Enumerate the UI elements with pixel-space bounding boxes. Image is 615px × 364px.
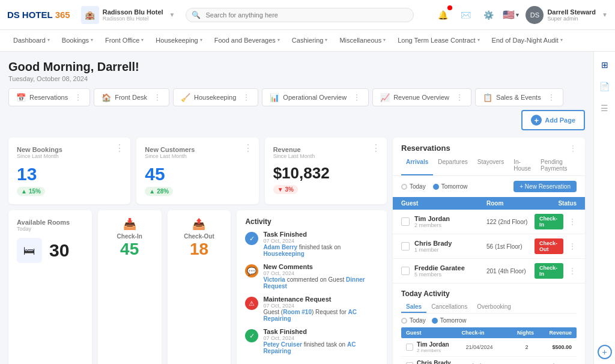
notifications-bell-icon[interactable]: 🔔 [434,7,451,23]
stat-new-customers: ⋮ New Customers Since Last Month 45 ▲ 28… [136,138,258,204]
tab-operational[interactable]: 📊Operational Overview⋮ [262,88,369,106]
customers-value: 45 [145,164,250,184]
user-role: Super admin [547,16,596,22]
sidebar-doc-icon[interactable]: 📄 [596,78,613,95]
status-btn-checkin-3[interactable]: Check-In [535,263,563,279]
row-menu-2[interactable]: ⋮ [568,241,577,251]
stat-menu-revenue[interactable]: ⋮ [371,144,381,153]
sidebar-list-icon[interactable]: ☰ [596,100,613,117]
tab-sales-events[interactable]: 📋Sales & Events⋮ [475,88,563,106]
stat-menu-customers[interactable]: ⋮ [243,144,253,153]
tab-front-desk[interactable]: 🏠Front Desk⋮ [94,88,169,106]
reservations-title: Reservations [401,144,450,153]
stat-revenue: ⋮ Revenue Since Last Month $10,832 ▼ 3% [265,138,387,204]
reservations-menu[interactable]: ⋮ [569,144,577,153]
nav-night-audit[interactable]: End of Day-Night Audit ▾ [486,30,569,52]
nav-housekeeping[interactable]: Housekeeping ▾ [150,30,208,52]
sidebar-plus-button[interactable]: + [598,345,612,359]
messages-icon[interactable]: ✉️ [457,7,474,23]
col-room: Room [486,200,535,207]
greeting-section: Good Morning, Darrell! Tuesday, October … [8,60,585,82]
reservations-header: Reservations ⋮ [393,138,585,153]
col-guest: Guest [401,200,486,207]
today-activity-tabs: Sales Cancellations Overbooking [401,302,577,314]
today-col-guest: Guest [406,330,462,336]
row-checkbox-1[interactable] [401,217,410,226]
activity-title: Activity [245,217,378,226]
table-row: Freddie Garatee 5 members 201 (4th Floor… [393,259,585,284]
activity-item-3: ⚠ Maintenance Request 07 Oct, 2024 Guest… [245,296,378,322]
res-tab-departures[interactable]: Departures [433,156,472,175]
checkout-card: 📤 Check-Out 18 [168,210,231,364]
available-rooms-card: Available Rooms Today 🛏 30 [8,210,92,364]
today-tab-overbooking[interactable]: Overbooking [472,302,516,313]
checkout-label: Check-Out [176,233,223,240]
res-tab-arrivals[interactable]: Arrivals [401,156,433,175]
search-icon: 🔍 [192,11,201,19]
chevron-down-icon: ▾ [277,37,280,43]
status-btn-checkout-2[interactable]: Check-Out [535,238,563,254]
res-tab-inhouse[interactable]: In-House [509,156,536,175]
tab-reservations[interactable]: 📅Reservations⋮ [8,88,90,106]
today-col-nights: Nights [517,330,539,336]
row-menu-1[interactable]: ⋮ [568,217,577,226]
filter-tomorrow[interactable]: Tomorrow [433,183,468,190]
today-checkbox-1[interactable] [406,344,413,351]
sidebar-grid-icon[interactable]: ⊞ [596,56,613,73]
settings-gear-icon[interactable]: ⚙️ [480,7,497,23]
room-2: 56 (1st Floor) [486,243,535,250]
radio-today-dot [401,184,407,190]
checkin-card: 📥 Check-In 45 [98,210,162,364]
row-menu-3[interactable]: ⋮ [568,266,577,276]
header-actions: 🔔 ✉️ ⚙️ 🇺🇸 ▼ DS Darrell Steward Super ad… [434,6,608,24]
nav-miscellaneous[interactable]: Miscellaneous ▾ [333,30,392,52]
checkout-icon: 📤 [176,217,223,231]
res-tab-pending[interactable]: Pending Payments [536,156,577,175]
today-filter-tomorrow[interactable]: Tomorrow [432,317,467,324]
new-reservation-button[interactable]: + New Reservation [514,181,577,192]
checkin-value: 45 [106,240,153,259]
guest-info-2: Chris Brady 1 member [414,240,486,253]
nav-food-beverages[interactable]: Food and Beverages ▾ [208,30,286,52]
today-table-header: Guest Check-in Nights Revenue [401,327,577,338]
chevron-down-icon: ▾ [325,37,327,43]
hotel-name: Radisson Blu Hotel [103,8,163,16]
main-nav: Dashboard ▾ Bookings ▾ Front Office ▾ Ho… [0,30,615,52]
tab-revenue[interactable]: 📈Revenue Overview⋮ [372,88,471,106]
guest-info-3: Freddie Garatee 5 members [414,264,486,278]
radio-today2-dot [401,318,407,324]
sidebar-right: ⊞ 📄 ☰ + [593,52,615,364]
activity-dot-3: ⚠ [245,297,258,310]
checkin-label: Check-In [106,233,153,240]
search-input[interactable] [186,8,414,22]
add-page-button[interactable]: +Add Page [521,110,585,130]
activity-text-2: New Comments 07 Oct, 2024 Victoria comme… [263,263,378,290]
nav-cashiering[interactable]: Cashiering ▾ [286,30,334,52]
radio-tomorrow-dot [433,184,439,190]
today-filter-today[interactable]: Today [401,317,426,324]
res-tab-stayovers[interactable]: Stayovers [473,156,509,175]
activity-item-4: ✓ Task Finished 07 Oct, 2024 Petey Cruis… [245,328,378,354]
user-profile[interactable]: DS Darrell Steward Super admin ▼ [526,6,608,24]
nav-lease-contract[interactable]: Long Term Lease Contract ▾ [392,30,485,52]
tab-housekeeping[interactable]: 🧹Housekeeping⋮ [173,88,258,106]
today-tab-sales[interactable]: Sales [401,302,426,313]
content-area: Good Morning, Darrell! Tuesday, October … [0,52,615,364]
status-btn-checkin-1[interactable]: Check-In [535,214,563,229]
filter-today[interactable]: Today [401,183,426,190]
nav-front-office[interactable]: Front Office ▾ [99,30,150,52]
today-tab-cancellations[interactable]: Cancellations [426,302,472,313]
nav-dashboard[interactable]: Dashboard ▾ [7,30,56,52]
hotel-selector[interactable]: 🏨 Radisson Blu Hotel Radisson Blu Hotel … [81,6,175,24]
activity-dot-4: ✓ [245,329,258,342]
reservations-icon: 📅 [16,93,26,102]
row-checkbox-2[interactable] [401,242,410,250]
stat-menu-bookings[interactable]: ⋮ [115,144,124,153]
customers-label: New Customers [145,146,250,153]
row-checkbox-3[interactable] [401,267,410,275]
guest-info-1: Tim Jordan 2 members [414,215,486,228]
stats-row: ⋮ New Bookings Since Last Month 13 ▲ 15%… [8,138,387,204]
room-1: 122 (2nd Floor) [486,219,535,225]
nav-bookings[interactable]: Bookings ▾ [56,30,99,52]
avail-num: 30 [49,240,69,261]
